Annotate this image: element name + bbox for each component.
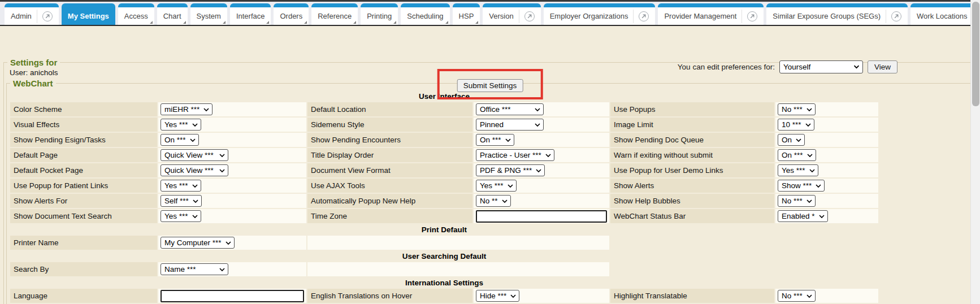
external-link-icon[interactable] — [42, 11, 53, 21]
preferences-for-select[interactable]: Yourself — [779, 60, 863, 73]
image-limit-select[interactable]: 10 *** — [778, 119, 814, 131]
setting-value-cell: No *** — [775, 194, 878, 208]
vertical-scrollbar — [970, 0, 980, 304]
external-link-icon[interactable] — [747, 11, 757, 21]
setting-label: Default Pocket Page — [14, 166, 83, 175]
chevron-down-icon — [192, 123, 198, 127]
show-alerts-for-select[interactable]: Self *** — [161, 195, 202, 207]
use-popup-for-user-demo-links-select[interactable]: Yes *** — [778, 164, 818, 176]
setting-label-cell: Warn if exiting without submit — [610, 148, 774, 162]
tab-admin[interactable]: Admin — [5, 3, 59, 25]
tab-work-locations[interactable]: Work Locations — [910, 3, 980, 25]
setting-label: Show Pending Esign/Tasks — [14, 136, 106, 144]
automatically-popup-new-help-select[interactable]: No ** — [476, 195, 511, 207]
dropdown-corner-icon — [353, 21, 356, 24]
printer-name-select[interactable]: My Computer *** — [161, 237, 235, 249]
submit-settings-button[interactable]: Submit Settings — [457, 79, 523, 92]
chevron-down-icon — [502, 199, 508, 203]
select-value: On *** — [164, 136, 186, 144]
setting-label-cell: Highlight Translatable — [610, 289, 774, 303]
setting-value-cell: Office *** — [474, 102, 609, 116]
setting-label: Warn if exiting without submit — [614, 151, 713, 159]
setting-label: Show Help Bubbles — [614, 197, 680, 205]
english-translations-on-hover-select[interactable]: Hide *** — [476, 290, 519, 302]
show-pending-esign-tasks-select[interactable]: On *** — [161, 134, 199, 146]
tab-printing[interactable]: Printing — [361, 3, 398, 25]
tab-provider-management[interactable]: Provider Management — [658, 3, 764, 25]
show-alerts-select[interactable]: Show *** — [778, 180, 825, 192]
tab-my-settings[interactable]: My Settings — [62, 3, 115, 25]
select-value: Quick View *** — [164, 151, 214, 159]
chevron-down-icon — [809, 169, 815, 172]
show-help-bubbles-select[interactable]: No *** — [778, 195, 816, 207]
highlight-translatable-select[interactable]: No *** — [778, 290, 816, 302]
tab-version[interactable]: Version — [483, 3, 540, 25]
tab-system[interactable]: System — [190, 3, 227, 25]
tab-chart[interactable]: Chart — [157, 3, 188, 25]
show-document-text-search-select[interactable]: Yes *** — [161, 210, 201, 222]
default-page-select[interactable]: Quick View *** — [161, 149, 228, 161]
chevron-down-icon — [819, 215, 825, 218]
view-button[interactable]: View — [868, 60, 897, 73]
use-popup-for-patient-links-select[interactable]: Yes *** — [161, 180, 201, 192]
scrollbar-thumb[interactable] — [972, 2, 979, 106]
external-link-icon[interactable] — [524, 11, 535, 21]
dropdown-corner-icon — [475, 21, 478, 24]
webchart-status-bar-select[interactable]: Enabled * — [778, 210, 828, 222]
tab-interface[interactable]: Interface — [230, 3, 271, 25]
webchart-legend: WebChart — [10, 79, 56, 88]
section-header: International Settings — [10, 277, 878, 288]
setting-label-cell: Image Limit — [610, 118, 774, 132]
setting-label: Printer Name — [14, 238, 59, 247]
use-popups-select[interactable]: No *** — [778, 103, 816, 115]
select-value: On *** — [480, 136, 501, 144]
setting-label: Default Location — [311, 105, 366, 114]
tab-orders[interactable]: Orders — [274, 3, 309, 25]
title-display-order-select[interactable]: Practice - User *** — [476, 149, 554, 161]
setting-label-cell: Default Page — [10, 148, 157, 162]
search-by-select[interactable]: Name *** — [161, 263, 228, 275]
setting-row: Show Document Text SearchYes ***Time Zon… — [10, 209, 878, 223]
document-view-format-select[interactable]: PDF & PNG *** — [476, 164, 545, 176]
setting-value-cell: On — [775, 133, 878, 147]
dropdown-corner-icon — [304, 21, 307, 24]
tab-hsp[interactable]: HSP — [453, 3, 480, 25]
setting-value-cell: Show *** — [775, 179, 878, 193]
chevron-down-icon — [190, 138, 196, 142]
visual-effects-select[interactable]: Yes *** — [161, 119, 201, 131]
default-location-select[interactable]: Office *** — [476, 103, 544, 115]
submit-annotation-box: Submit Settings — [437, 69, 543, 99]
default-pocket-page-select[interactable]: Quick View *** — [161, 164, 228, 176]
show-pending-encounters-select[interactable]: On *** — [476, 134, 514, 146]
tab-label: Chart — [163, 12, 181, 20]
select-value: Office *** — [480, 105, 511, 114]
setting-value-cell: My Computer *** — [158, 236, 306, 250]
preferences-bar: You can edit preferences for: Yourself V… — [678, 60, 897, 73]
page-top-border — [0, 0, 980, 2]
tab-employer-organizations[interactable]: Employer Organizations — [544, 3, 656, 25]
setting-value-cell: Yes *** — [158, 209, 306, 223]
external-link-icon[interactable] — [639, 11, 649, 21]
setting-label: Use Popups — [614, 105, 656, 114]
setting-value-cell: Enabled * — [775, 209, 878, 223]
chevron-down-icon — [203, 108, 209, 111]
chevron-down-icon — [192, 215, 198, 218]
setting-value-cell: Yes *** — [158, 118, 306, 132]
chevron-down-icon — [535, 123, 540, 127]
external-link-icon[interactable] — [891, 11, 901, 21]
language-input[interactable] — [161, 290, 304, 302]
tab-access[interactable]: Access — [118, 3, 154, 25]
color-scheme-select[interactable]: miEHR *** — [161, 103, 213, 115]
show-pending-doc-queue-select[interactable]: On — [778, 134, 805, 146]
use-ajax-tools-select[interactable]: Yes *** — [476, 180, 517, 192]
setting-label: Automatically Popup New Help — [311, 197, 415, 205]
warn-if-exiting-without-submit-select[interactable]: On *** — [778, 149, 816, 161]
tab-similar-exposure-groups-segs[interactable]: Similar Exposure Groups (SEGs) — [766, 3, 908, 25]
tab-scheduling[interactable]: Scheduling — [401, 3, 449, 25]
time-zone-input[interactable] — [476, 210, 607, 223]
sidemenu-style-select[interactable]: Pinned — [476, 119, 544, 131]
content-area: You can edit preferences for: Yourself V… — [0, 26, 980, 304]
setting-label-cell: Printer Name — [10, 236, 157, 250]
tab-reference[interactable]: Reference — [311, 3, 358, 25]
setting-label-cell: Show Help Bubbles — [610, 194, 774, 208]
